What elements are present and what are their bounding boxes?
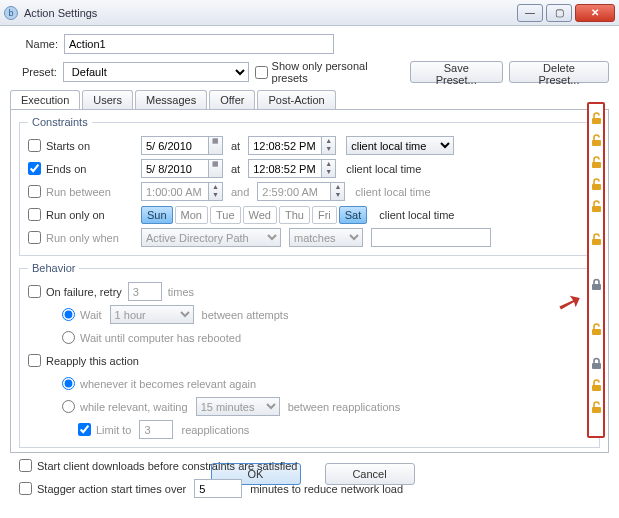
reapply-label: Reapply this action (46, 355, 139, 367)
stagger-value-input[interactable] (194, 479, 242, 498)
date-picker-icon[interactable]: ▦ (209, 136, 223, 155)
stagger-checkbox[interactable] (19, 482, 32, 495)
lock-open-icon[interactable] (589, 106, 603, 128)
show-personal-checkbox[interactable] (255, 66, 268, 79)
limit-to-label: Limit to (96, 424, 131, 436)
preset-select[interactable]: Default (63, 62, 249, 82)
svg-rect-1 (592, 140, 601, 146)
wait-duration-select[interactable]: 1 hour (110, 305, 194, 324)
svg-rect-9 (592, 385, 601, 391)
spinner-icon[interactable]: ▲▼ (322, 159, 336, 178)
whenever-radio[interactable] (62, 377, 75, 390)
retry-count-input[interactable] (128, 282, 162, 301)
lock-open-icon[interactable] (589, 395, 603, 417)
run-only-on-label: Run only on (46, 209, 141, 221)
between-reapps-label: between reapplications (288, 401, 401, 413)
lock-open-icon[interactable] (589, 194, 603, 216)
starts-on-checkbox[interactable] (28, 139, 41, 152)
start-date-input[interactable] (141, 136, 209, 155)
start-time-input[interactable] (248, 136, 322, 155)
spinner-icon[interactable]: ▲▼ (322, 136, 336, 155)
run-only-on-checkbox[interactable] (28, 208, 41, 221)
name-input[interactable] (64, 34, 334, 54)
run-between-checkbox[interactable] (28, 185, 41, 198)
app-icon: b (4, 6, 18, 20)
limit-to-checkbox[interactable] (78, 423, 91, 436)
timezone-select[interactable]: client local time (346, 136, 454, 155)
between-to-input[interactable] (257, 182, 331, 201)
day-thu[interactable]: Thu (279, 206, 310, 224)
start-downloads-label: Start client downloads before constraint… (37, 460, 297, 472)
svg-rect-2 (592, 162, 601, 168)
run-only-when-checkbox[interactable] (28, 231, 41, 244)
lock-closed-icon[interactable] (589, 351, 603, 373)
tab-offer[interactable]: Offer (209, 90, 255, 109)
day-fri[interactable]: Fri (312, 206, 337, 224)
tab-post-action[interactable]: Post-Action (257, 90, 335, 109)
starts-on-label: Starts on (46, 140, 141, 152)
lock-open-icon[interactable] (589, 128, 603, 150)
lock-closed-icon[interactable] (589, 261, 603, 306)
window-title: Action Settings (24, 7, 514, 19)
lock-open-icon[interactable] (589, 373, 603, 395)
end-date-input[interactable] (141, 159, 209, 178)
and-label: and (231, 186, 249, 198)
save-preset-button[interactable]: Save Preset... (410, 61, 503, 83)
svg-rect-4 (592, 206, 601, 212)
wait-radio[interactable] (62, 308, 75, 321)
while-wait-select[interactable]: 15 minutes (196, 397, 280, 416)
svg-rect-8 (592, 363, 601, 369)
tabstrip: Execution Users Messages Offer Post-Acti… (10, 90, 609, 109)
constraints-legend: Constraints (28, 116, 92, 128)
on-failure-label: On failure, retry (46, 286, 122, 298)
day-sun[interactable]: Sun (141, 206, 173, 224)
tz-text-3: client local time (379, 209, 454, 221)
delete-preset-button[interactable]: Delete Preset... (509, 61, 609, 83)
spinner-icon[interactable]: ▲▼ (209, 182, 223, 201)
day-tue[interactable]: Tue (210, 206, 241, 224)
ends-on-label: Ends on (46, 163, 141, 175)
svg-rect-5 (592, 239, 601, 245)
lock-open-icon[interactable] (589, 216, 603, 261)
day-wed[interactable]: Wed (243, 206, 277, 224)
adpath-select[interactable]: Active Directory Path (141, 228, 281, 247)
start-downloads-checkbox[interactable] (19, 459, 32, 472)
lock-open-icon[interactable] (589, 150, 603, 172)
while-relevant-radio[interactable] (62, 400, 75, 413)
tz-text-2: client local time (355, 186, 430, 198)
minimize-button[interactable]: — (517, 4, 543, 22)
svg-rect-6 (592, 284, 601, 290)
run-only-when-label: Run only when (46, 232, 141, 244)
ends-on-checkbox[interactable] (28, 162, 41, 175)
between-attempts-label: between attempts (202, 309, 289, 321)
lock-open-icon[interactable] (589, 172, 603, 194)
wait-reboot-radio[interactable] (62, 331, 75, 344)
tab-users[interactable]: Users (82, 90, 133, 109)
name-label: Name: (10, 38, 58, 50)
title-bar: b Action Settings — ▢ ✕ (0, 0, 619, 26)
behavior-group: Behavior On failure, retry times Wait 1 … (19, 262, 600, 448)
reapplications-label: reapplications (181, 424, 249, 436)
svg-rect-10 (592, 407, 601, 413)
reapply-checkbox[interactable] (28, 354, 41, 367)
maximize-button[interactable]: ▢ (546, 4, 572, 22)
tab-execution[interactable]: Execution (10, 90, 80, 109)
tab-messages[interactable]: Messages (135, 90, 207, 109)
limit-value-input[interactable] (139, 420, 173, 439)
when-value-input[interactable] (371, 228, 491, 247)
date-picker-icon[interactable]: ▦ (209, 159, 223, 178)
preset-label: Preset: (10, 66, 57, 78)
between-from-input[interactable] (141, 182, 209, 201)
spinner-icon[interactable]: ▲▼ (331, 182, 345, 201)
svg-rect-0 (592, 118, 601, 124)
matches-select[interactable]: matches (289, 228, 363, 247)
on-failure-checkbox[interactable] (28, 285, 41, 298)
day-sat[interactable]: Sat (339, 206, 368, 224)
end-time-input[interactable] (248, 159, 322, 178)
wait-reboot-label: Wait until computer has rebooted (80, 332, 241, 344)
close-button[interactable]: ✕ (575, 4, 615, 22)
behavior-legend: Behavior (28, 262, 79, 274)
stagger-label: Stagger action start times over (37, 483, 186, 495)
lock-open-icon[interactable] (589, 306, 603, 351)
day-mon[interactable]: Mon (175, 206, 208, 224)
